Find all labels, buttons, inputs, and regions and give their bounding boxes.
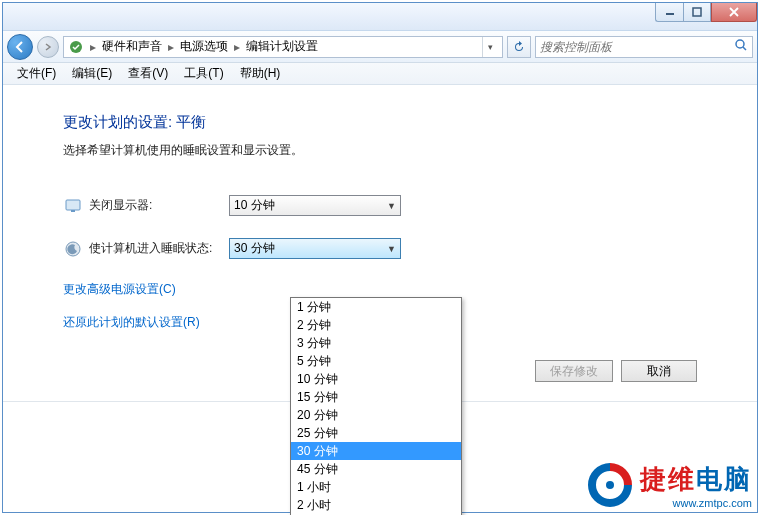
- sleep-dropdown-list[interactable]: 1 分钟2 分钟3 分钟5 分钟10 分钟15 分钟20 分钟25 分钟30 分…: [290, 297, 462, 515]
- svg-rect-5: [66, 200, 80, 210]
- svg-rect-1: [693, 8, 701, 16]
- search-icon: [734, 38, 748, 55]
- display-off-combo[interactable]: 10 分钟 ▼: [229, 195, 401, 216]
- refresh-button[interactable]: [507, 36, 531, 58]
- breadcrumb-item[interactable]: 电源选项: [180, 38, 228, 55]
- setting-sleep: 使计算机进入睡眠状态: 30 分钟 ▼: [63, 238, 697, 259]
- cancel-button[interactable]: 取消: [621, 360, 697, 382]
- svg-line-4: [743, 47, 746, 50]
- dropdown-option[interactable]: 3 分钟: [291, 334, 461, 352]
- logo-text-block: 捷维电脑 www.zmtpc.com: [640, 462, 752, 509]
- menu-edit[interactable]: 编辑(E): [64, 63, 120, 84]
- search-box[interactable]: [535, 36, 753, 58]
- sleep-label: 使计算机进入睡眠状态:: [89, 240, 229, 257]
- chevron-down-icon: ▼: [387, 244, 396, 254]
- chevron-right-icon: ▸: [88, 40, 98, 54]
- logo-icon: [584, 459, 636, 511]
- dropdown-option[interactable]: 2 小时: [291, 496, 461, 514]
- button-row: 保存修改 取消: [535, 360, 697, 382]
- titlebar: [3, 3, 757, 31]
- breadcrumb-item[interactable]: 编辑计划设置: [246, 38, 318, 55]
- close-button[interactable]: [711, 3, 757, 22]
- forward-button[interactable]: [37, 36, 59, 58]
- watermark-logo: 捷维电脑 www.zmtpc.com: [584, 459, 752, 511]
- dropdown-option[interactable]: 10 分钟: [291, 370, 461, 388]
- chevron-right-icon: ▸: [232, 40, 242, 54]
- menu-view[interactable]: 查看(V): [120, 63, 176, 84]
- dropdown-option[interactable]: 5 分钟: [291, 352, 461, 370]
- dropdown-option[interactable]: 20 分钟: [291, 406, 461, 424]
- sleep-icon: [63, 239, 83, 259]
- logo-url: www.zmtpc.com: [640, 497, 752, 509]
- logo-text: 捷维电脑: [640, 462, 752, 497]
- dropdown-option[interactable]: 1 小时: [291, 478, 461, 496]
- address-dropdown[interactable]: ▾: [482, 37, 498, 57]
- chevron-right-icon: ▸: [166, 40, 176, 54]
- control-panel-window: ▸ 硬件和声音 ▸ 电源选项 ▸ 编辑计划设置 ▾ 文件(F) 编辑(E) 查看…: [2, 2, 758, 513]
- menu-tools[interactable]: 工具(T): [176, 63, 231, 84]
- menu-file[interactable]: 文件(F): [9, 63, 64, 84]
- chevron-down-icon: ▾: [488, 42, 493, 52]
- svg-rect-6: [71, 210, 75, 212]
- breadcrumb-item[interactable]: 硬件和声音: [102, 38, 162, 55]
- svg-point-3: [736, 40, 744, 48]
- content-area: 更改计划的设置: 平衡 选择希望计算机使用的睡眠设置和显示设置。 关闭显示器: …: [3, 85, 757, 512]
- back-button[interactable]: [7, 34, 33, 60]
- svg-point-8: [606, 481, 614, 489]
- dropdown-option[interactable]: 45 分钟: [291, 460, 461, 478]
- dropdown-option[interactable]: 30 分钟: [291, 442, 461, 460]
- setting-display-off: 关闭显示器: 10 分钟 ▼: [63, 195, 697, 216]
- dropdown-option[interactable]: 2 分钟: [291, 316, 461, 334]
- address-bar[interactable]: ▸ 硬件和声音 ▸ 电源选项 ▸ 编辑计划设置 ▾: [63, 36, 503, 58]
- svg-rect-0: [666, 13, 674, 15]
- maximize-button[interactable]: [683, 3, 711, 22]
- chevron-down-icon: ▼: [387, 201, 396, 211]
- display-off-label: 关闭显示器:: [89, 197, 229, 214]
- dropdown-option[interactable]: 25 分钟: [291, 424, 461, 442]
- minimize-button[interactable]: [655, 3, 683, 22]
- control-panel-icon: [68, 39, 84, 55]
- sleep-value: 30 分钟: [234, 240, 275, 257]
- page-description: 选择希望计算机使用的睡眠设置和显示设置。: [63, 142, 697, 159]
- sleep-combo[interactable]: 30 分钟 ▼: [229, 238, 401, 259]
- link-advanced-settings[interactable]: 更改高级电源设置(C): [63, 281, 697, 298]
- menu-bar: 文件(F) 编辑(E) 查看(V) 工具(T) 帮助(H): [3, 63, 757, 85]
- display-off-value: 10 分钟: [234, 197, 275, 214]
- save-button[interactable]: 保存修改: [535, 360, 613, 382]
- dropdown-option[interactable]: 15 分钟: [291, 388, 461, 406]
- navigation-bar: ▸ 硬件和声音 ▸ 电源选项 ▸ 编辑计划设置 ▾: [3, 31, 757, 63]
- window-controls: [655, 3, 757, 22]
- search-input[interactable]: [540, 40, 734, 54]
- menu-help[interactable]: 帮助(H): [232, 63, 289, 84]
- dropdown-option[interactable]: 1 分钟: [291, 298, 461, 316]
- page-title: 更改计划的设置: 平衡: [63, 113, 697, 132]
- display-icon: [63, 196, 83, 216]
